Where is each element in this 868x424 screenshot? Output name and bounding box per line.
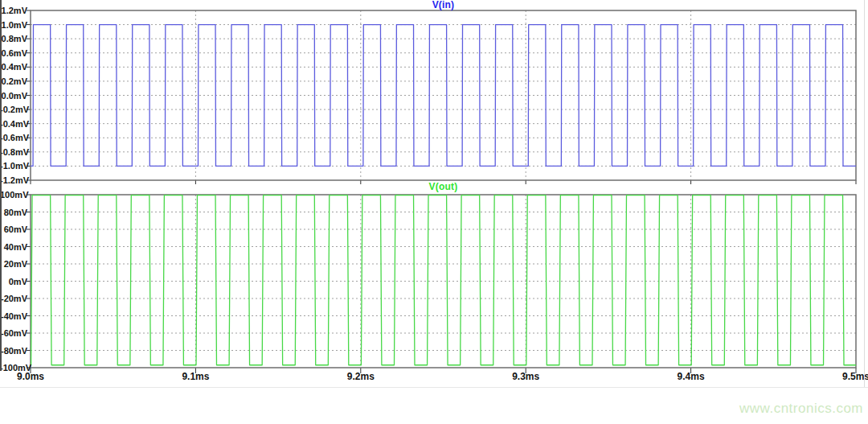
y-tick-label: -20mV (0, 294, 27, 303)
x-tick-label: 9.2ms (347, 372, 375, 382)
pane-vin (27, 10, 856, 184)
y-tick-label: 0.0mV (0, 91, 27, 100)
y-tick-label: -1.0mV (0, 162, 27, 171)
y-tick-label: 0.4mV (0, 63, 27, 72)
y-tick-label: 1.2mV (0, 6, 27, 15)
y-tick-label: 0.8mV (0, 35, 27, 43)
y-tick-label: -80mV (0, 346, 27, 355)
x-tick-label: 9.1ms (182, 372, 209, 382)
y-tick-label: 0mV (0, 277, 27, 286)
x-tick-label: 9.3ms (512, 372, 539, 382)
y-tick-label: -1.2mV (0, 176, 27, 185)
y-tick-label: 60mV (0, 225, 27, 234)
y-tick-label: 0.2mV (0, 76, 27, 85)
y-tick-label: -0.2mV (0, 105, 27, 114)
y-tick-label: 0.6mV (0, 48, 27, 57)
trace-title-vin: V(in) (31, 0, 856, 10)
y-tick-label: -0.6mV (0, 134, 27, 142)
x-tick-label: 9.4ms (678, 372, 705, 382)
y-tick-label: 1.0mV (0, 20, 27, 29)
y-tick-label: -0.4mV (0, 119, 27, 128)
trace-vout (31, 196, 856, 365)
y-tick-label: -40mV (0, 311, 27, 320)
y-tick-label: -0.8mV (0, 147, 27, 156)
ltspice-waveform-viewer: V(in) V(out) 1.2mV1.0mV0.8mV0.6mV0.4mV0.… (0, 0, 868, 424)
pane-border (31, 195, 856, 368)
pane-vout (27, 195, 856, 373)
pane-border (31, 10, 856, 180)
plot-bottom-edge (0, 387, 868, 388)
trace-title-vout: V(out) (31, 182, 856, 192)
y-tick-label: 40mV (0, 242, 27, 251)
plot-canvas[interactable] (0, 0, 868, 424)
watermark-text: www.cntronics.com (739, 401, 863, 417)
y-tick-label: 100mV (0, 191, 27, 200)
window-left-border (0, 0, 2, 371)
trace-vin (31, 25, 856, 167)
window-right-border (864, 0, 865, 387)
x-tick-label: 9.0ms (17, 372, 44, 382)
y-tick-label: -60mV (0, 329, 27, 338)
y-tick-label: 80mV (0, 208, 27, 216)
y-tick-label: 20mV (0, 260, 27, 269)
